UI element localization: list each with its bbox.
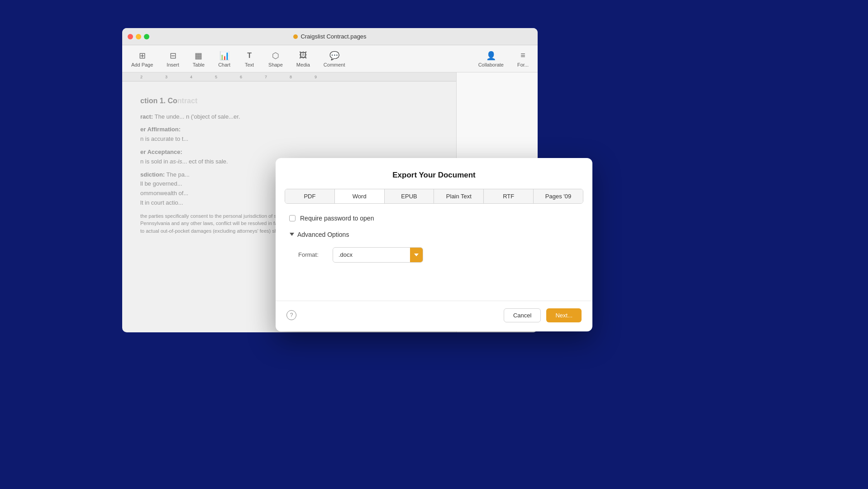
- shape-icon: ⬡: [270, 50, 281, 61]
- toolbar-comment[interactable]: 💬 Comment: [324, 50, 345, 67]
- toolbar: ⊞ Add Page ⊟ Insert ▦ Table 📊 Chart T Te…: [122, 45, 538, 72]
- toolbar-media[interactable]: 🖼 Media: [296, 50, 310, 67]
- format-select-arrow-button[interactable]: [410, 248, 423, 262]
- minimize-button[interactable]: [136, 34, 141, 39]
- window-controls: [128, 34, 149, 39]
- footer-buttons: Cancel Next...: [504, 308, 582, 322]
- title-dot-icon: [293, 34, 298, 39]
- comment-icon: 💬: [329, 50, 340, 61]
- format-select[interactable]: .docx: [333, 247, 423, 263]
- format-row: Format: .docx: [289, 247, 579, 263]
- next-button[interactable]: Next...: [546, 308, 582, 322]
- require-password-label: Require password to open: [300, 215, 374, 222]
- tab-word[interactable]: Word: [335, 189, 385, 203]
- require-password-row: Require password to open: [289, 215, 579, 222]
- toolbar-collaborate[interactable]: 👤 Collaborate: [478, 50, 504, 67]
- cancel-button[interactable]: Cancel: [504, 308, 541, 322]
- toolbar-table[interactable]: ▦ Table: [193, 50, 205, 67]
- media-icon: 🖼: [298, 50, 309, 61]
- tab-pdf[interactable]: PDF: [285, 189, 335, 203]
- advanced-options-label: Advanced Options: [297, 231, 349, 238]
- tab-rtf[interactable]: RTF: [484, 189, 534, 203]
- dialog-footer: ? Cancel Next...: [276, 301, 592, 331]
- text-icon: T: [244, 50, 255, 61]
- require-password-checkbox[interactable]: [289, 215, 296, 221]
- titlebar: Craigslist Contract.pages: [122, 28, 538, 45]
- toolbar-add-page[interactable]: ⊞ Add Page: [131, 50, 153, 67]
- tab-plain-text[interactable]: Plain Text: [434, 189, 484, 203]
- table-icon: ▦: [193, 50, 204, 61]
- format-icon: ≡: [517, 50, 528, 61]
- toolbar-text[interactable]: T Text: [244, 50, 255, 67]
- dropdown-arrow-icon: [414, 254, 419, 256]
- insert-icon: ⊟: [167, 50, 178, 61]
- toolbar-chart[interactable]: 📊 Chart: [218, 50, 230, 67]
- close-button[interactable]: [128, 34, 133, 39]
- collaborate-icon: 👤: [486, 50, 496, 61]
- toolbar-insert[interactable]: ⊟ Insert: [167, 50, 179, 67]
- chevron-down-icon: [289, 232, 295, 237]
- maximize-button[interactable]: [144, 34, 149, 39]
- advanced-options-toggle[interactable]: Advanced Options: [289, 231, 579, 238]
- format-label: Format:: [298, 251, 325, 258]
- dialog-body: Require password to open Advanced Option…: [276, 204, 592, 273]
- dialog-header: Export Your Document: [276, 158, 592, 189]
- window-title: Craigslist Contract.pages: [293, 33, 366, 40]
- add-page-icon: ⊞: [137, 50, 148, 61]
- tab-pages-09[interactable]: Pages '09: [534, 189, 583, 203]
- export-format-tabs: PDF Word EPUB Plain Text RTF Pages '09: [285, 189, 583, 204]
- toolbar-shape[interactable]: ⬡ Shape: [268, 50, 283, 67]
- format-select-value: .docx: [333, 249, 410, 261]
- tab-epub[interactable]: EPUB: [385, 189, 434, 203]
- toolbar-format[interactable]: ≡ For...: [517, 50, 529, 67]
- help-button[interactable]: ?: [286, 310, 296, 320]
- chart-icon: 📊: [219, 50, 230, 61]
- dialog-title: Export Your Document: [289, 171, 579, 180]
- export-dialog: Export Your Document PDF Word EPUB Plain…: [276, 158, 592, 331]
